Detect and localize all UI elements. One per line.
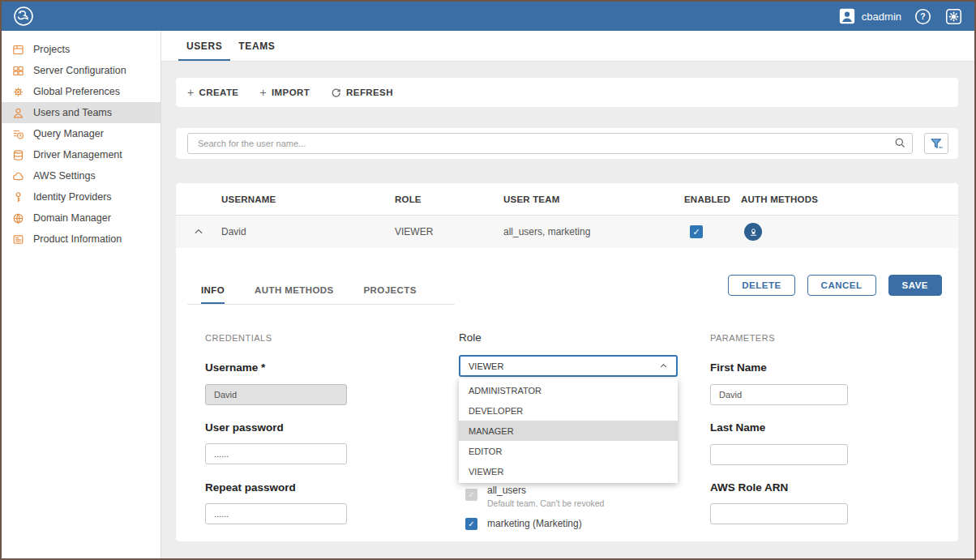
marketing-label: marketing (Marketing): [487, 518, 582, 529]
gear-icon: [11, 85, 24, 98]
search-bar: [176, 128, 958, 159]
app-logo: [13, 6, 34, 27]
document-icon: [11, 233, 24, 246]
sidebar: Projects Server Configuration Global Pre…: [2, 31, 161, 558]
role-dropdown: ADMINISTRATOR DEVELOPER MANAGER EDITOR V…: [459, 378, 678, 483]
sidebar-item-label: Users and Teams: [33, 107, 112, 118]
sidebar-item-driver-management[interactable]: Driver Management: [2, 144, 161, 165]
role-option-editor[interactable]: EDITOR: [459, 441, 678, 461]
table-header: USERNAME ROLE USER TEAM ENABLED AUTH MET…: [176, 183, 958, 216]
tab-projects[interactable]: PROJECTS: [364, 285, 417, 304]
repeat-password-label: Repeat password: [205, 481, 296, 494]
sidebar-item-users-and-teams[interactable]: Users and Teams: [2, 102, 161, 123]
create-button[interactable]: + CREATE: [187, 86, 238, 99]
col-username: USERNAME: [221, 195, 395, 204]
last-name-field[interactable]: [710, 444, 848, 465]
globe-icon: [11, 212, 24, 224]
import-button-label: IMPORT: [272, 88, 310, 97]
repeat-password-field[interactable]: [205, 503, 347, 524]
settings-button[interactable]: [944, 6, 963, 26]
save-button[interactable]: SAVE: [888, 275, 942, 296]
role-option-manager[interactable]: MANAGER: [459, 421, 678, 441]
refresh-button[interactable]: REFRESH: [331, 86, 393, 99]
role-option-administrator[interactable]: ADMINISTRATOR: [459, 380, 678, 400]
cell-role: VIEWER: [395, 226, 503, 237]
toolbar: + CREATE + IMPORT REFRESH: [176, 78, 958, 107]
detail-tab-bar: INFO AUTH METHODS PROJECTS: [201, 285, 417, 304]
sidebar-item-global-preferences[interactable]: Global Preferences: [2, 81, 161, 102]
all-users-note: Default team. Can't be revoked: [487, 498, 604, 508]
user-menu[interactable]: cbadmin: [838, 7, 901, 25]
cloud-icon: [11, 169, 24, 182]
tabs-baseline: [187, 304, 455, 305]
search-input[interactable]: [187, 133, 913, 154]
sidebar-item-label: Product Information: [33, 233, 122, 245]
delete-button[interactable]: DELETE: [728, 275, 794, 296]
first-name-field[interactable]: [710, 384, 848, 405]
plus-icon: +: [259, 86, 267, 99]
sidebar-item-query-manager[interactable]: Query Manager: [2, 123, 161, 144]
sidebar-item-product-information[interactable]: Product Information: [2, 229, 161, 250]
create-button-label: CREATE: [199, 88, 239, 97]
sidebar-item-label: Global Preferences: [33, 86, 120, 97]
sidebar-item-server-configuration[interactable]: Server Configuration: [2, 60, 161, 81]
sidebar-item-identity-providers[interactable]: Identity Providers: [2, 186, 161, 207]
filter-button[interactable]: [924, 133, 948, 154]
username-label: Username *: [205, 361, 265, 374]
filter-icon: [930, 138, 944, 150]
query-icon: [11, 127, 24, 140]
tab-auth-methods[interactable]: AUTH METHODS: [255, 285, 333, 304]
col-user-team: USER TEAM: [503, 195, 684, 204]
cell-username: David: [221, 226, 395, 237]
tab-teams[interactable]: TEAMS: [230, 32, 283, 61]
database-icon: [11, 148, 24, 161]
marketing-checkbox[interactable]: ✓: [465, 518, 477, 530]
help-button[interactable]: ?: [913, 6, 932, 26]
users-icon: [11, 106, 24, 119]
table-row[interactable]: David VIEWER all_users, marketing ✓: [176, 216, 958, 248]
team-marketing-row[interactable]: ✓ marketing (Marketing): [465, 518, 582, 530]
sidebar-item-aws-settings[interactable]: AWS Settings: [2, 165, 161, 186]
cancel-button[interactable]: CANCEL: [807, 275, 876, 296]
sidebar-item-projects[interactable]: Projects: [2, 39, 161, 60]
server-icon: [11, 64, 24, 77]
sidebar-item-label: Projects: [33, 44, 70, 55]
tab-users[interactable]: USERS: [178, 32, 230, 61]
refresh-icon: [331, 86, 341, 99]
all-users-checkbox: ✓: [465, 489, 477, 501]
enabled-checkbox[interactable]: ✓: [690, 225, 703, 238]
refresh-button-label: REFRESH: [346, 88, 393, 97]
avatar-icon: [838, 7, 856, 25]
projects-icon: [11, 43, 24, 56]
first-name-label: First Name: [710, 361, 767, 374]
col-role: ROLE: [395, 195, 503, 204]
chevron-up-icon: [659, 361, 668, 370]
user-password-label: User password: [205, 421, 284, 434]
role-select-value: VIEWER: [469, 361, 503, 371]
help-icon: ?: [914, 8, 931, 25]
gear-icon: [945, 8, 962, 25]
role-option-viewer[interactable]: VIEWER: [459, 461, 678, 481]
role-option-developer[interactable]: DEVELOPER: [459, 400, 678, 421]
sidebar-item-label: Driver Management: [33, 149, 122, 160]
tab-info[interactable]: INFO: [201, 285, 225, 304]
collapse-row-button[interactable]: [176, 226, 221, 237]
all-users-label: all_users: [487, 485, 604, 496]
sidebar-item-label: Server Configuration: [33, 65, 126, 76]
cloudbeaver-logo-icon: [13, 6, 34, 27]
cell-user-team: all_users, marketing: [503, 226, 684, 237]
aws-role-arn-label: AWS Role ARN: [710, 481, 788, 494]
username-field[interactable]: [205, 384, 347, 405]
aws-role-arn-field[interactable]: [710, 503, 848, 524]
role-select[interactable]: VIEWER: [459, 355, 678, 377]
import-button[interactable]: + IMPORT: [259, 86, 310, 99]
username-label: cbadmin: [862, 11, 901, 23]
user-password-field[interactable]: [205, 443, 347, 464]
main-area: USERS TEAMS + CREATE + IMPORT REFRESH: [161, 31, 974, 558]
sidebar-item-domain-manager[interactable]: Domain Manager: [2, 207, 161, 229]
sidebar-item-label: Domain Manager: [33, 212, 111, 224]
parameters-section-label: PARAMETERS: [710, 333, 775, 343]
key-icon: [11, 190, 24, 203]
main-tab-bar: USERS TEAMS: [161, 31, 974, 62]
team-all-users-row[interactable]: ✓ all_users Default team. Can't be revok…: [465, 485, 604, 508]
